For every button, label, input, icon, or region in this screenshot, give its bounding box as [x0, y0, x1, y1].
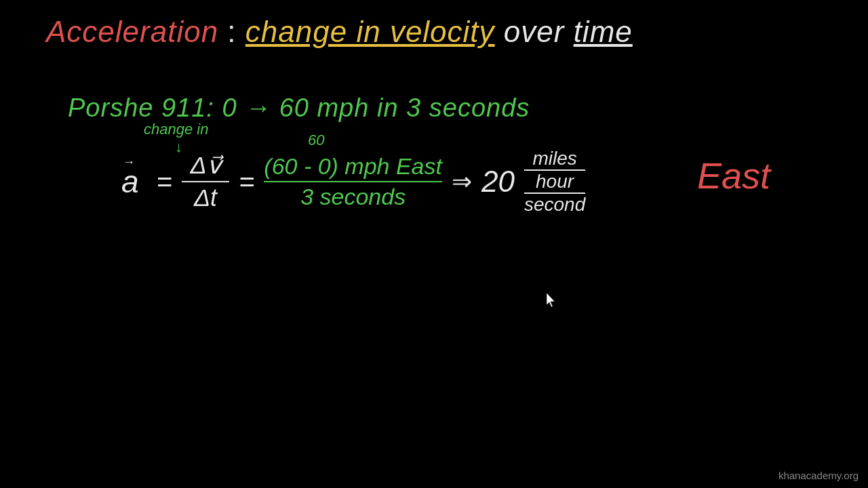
fraction-line-2: [264, 181, 442, 182]
title-time: time: [574, 15, 633, 48]
second-label: second: [524, 194, 585, 216]
mouse-cursor: [547, 293, 555, 306]
equation-row: → a = Δv⃗ Δt = (60 - 0) mph East 3 secon…: [119, 148, 585, 216]
title-change-in-velocity: change in velocity: [245, 15, 495, 48]
fraction-line-1: [182, 181, 229, 182]
hour-label: hour: [536, 171, 574, 192]
title-colon: :: [218, 15, 245, 48]
sixty-annotation: 60: [308, 131, 324, 149]
delta-v-numerator: Δv⃗: [190, 151, 220, 180]
unit-fraction: miles hour second: [524, 148, 585, 216]
equals-sign-1: =: [157, 167, 172, 197]
delta-t-denominator: Δt: [194, 184, 217, 212]
title: Acceleration : change in velocity over t…: [46, 15, 633, 49]
watermark: khanacademy.org: [778, 470, 859, 481]
velocity-numerator: (60 - 0) mph East: [264, 153, 442, 180]
east-label: East: [697, 155, 770, 197]
velocity-denominator: 3 seconds: [300, 184, 406, 210]
vector-a: → a: [119, 163, 142, 200]
velocity-fraction: (60 - 0) mph East 3 seconds: [264, 153, 442, 210]
vector-arrow: →: [123, 155, 135, 169]
svg-marker-0: [547, 293, 555, 307]
title-over: over: [495, 15, 574, 48]
delta-fraction: Δv⃗ Δt: [182, 151, 229, 212]
equals-sign-2: =: [239, 167, 254, 197]
title-acceleration: Acceleration: [46, 15, 218, 48]
miles-label: miles: [532, 148, 576, 169]
implies-arrow: ⇒: [452, 167, 472, 196]
porsche-line: Porshe 911: 0 → 60 mph in 3 seconds: [68, 94, 530, 123]
result-twenty: 20: [481, 165, 515, 199]
change-in-annotation: change in: [144, 121, 208, 138]
